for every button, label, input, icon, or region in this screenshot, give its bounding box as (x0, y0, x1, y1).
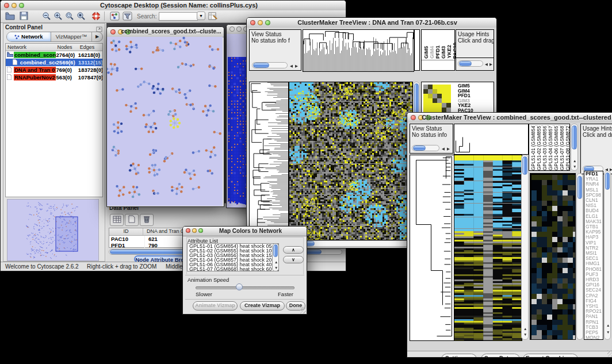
gene-list-vscrollbar[interactable]: ▲ ▼ (604, 171, 611, 340)
row-dendrogram[interactable] (249, 82, 289, 240)
view-status-title: View Status (412, 125, 442, 132)
status-hscrollbar[interactable] (412, 145, 439, 151)
move-down-button[interactable]: ∨ (283, 256, 304, 263)
save-session-icon[interactable] (20, 12, 28, 22)
heatmap-vscrollbar[interactable]: ▲ ▼ (521, 155, 529, 340)
network-overlay-icon[interactable] (110, 12, 120, 23)
export-graphics-button[interactable]: Export Graphics... (331, 248, 396, 248)
network-row-selected[interactable]: combined_sco 2569(6) 13112(15) (6, 59, 102, 66)
tab-network[interactable]: Network (7, 32, 51, 41)
treeview2-title: ClusterMaker TreeView : combined_scores_… (421, 114, 612, 121)
zoom-selected-icon[interactable] (65, 12, 74, 23)
close-icon[interactable] (110, 29, 116, 35)
zoom-in-icon[interactable] (53, 12, 63, 23)
new-attribute-icon[interactable] (125, 214, 139, 226)
document-icon (6, 59, 20, 66)
zoom-heatmap[interactable] (423, 85, 451, 112)
col-id[interactable]: ID (109, 228, 143, 235)
col-edges[interactable]: Edges (80, 44, 102, 50)
global-heatmap[interactable] (289, 82, 413, 240)
scroll-right-icon[interactable]: ▶ (295, 64, 298, 68)
attribute-list-item[interactable]: GPL51-07 (GSM868) heat shock 60 min (188, 267, 278, 271)
scroll-up-icon[interactable]: ▲ (606, 323, 610, 327)
dialog-titlebar[interactable]: Map Colors to Network (183, 227, 307, 236)
minimize-icon[interactable] (236, 26, 242, 32)
column-dendrogram[interactable] (454, 124, 529, 155)
annotation-icon[interactable] (208, 12, 218, 23)
main-titlebar[interactable]: Cytoscape Desktop (Session Name: collins… (1, 1, 346, 11)
close-icon[interactable] (230, 26, 235, 32)
detail-vscrollbar[interactable] (576, 173, 583, 340)
heatmap-hscrollbar[interactable] (290, 240, 411, 247)
scrollbar-thumb[interactable] (253, 63, 269, 68)
status-hscrollbar[interactable] (252, 62, 288, 68)
scroll-up-icon[interactable]: ▲ (274, 260, 278, 264)
scrollbar-thumb[interactable] (572, 125, 577, 150)
search-input[interactable] (159, 12, 198, 21)
animation-speed-slider[interactable] (196, 286, 294, 289)
scrollbar-thumb[interactable] (273, 244, 278, 257)
network-row[interactable]: combined_scores 2764(0) 16218(0) (6, 51, 102, 59)
usage-hscrollbar[interactable] (458, 60, 483, 67)
treeview2-titlebar[interactable]: ClusterMaker TreeView : combined_scores_… (407, 113, 612, 123)
scroll-right-icon[interactable]: ▶ (610, 167, 612, 171)
attribute-table-icon[interactable] (110, 214, 124, 226)
attribute-list-vscrollbar[interactable]: ▲ ▼ (272, 243, 279, 271)
col-network[interactable]: Network (6, 44, 57, 50)
network1-titlebar[interactable]: combined_scores_good.txt--cluste... (107, 27, 224, 37)
resize-grip[interactable] (607, 350, 612, 357)
network-row[interactable]: RNAPuberNov2+ 563(0) 107847(0) (6, 74, 102, 81)
close-icon[interactable] (250, 20, 255, 25)
help-lifesaver-icon[interactable] (91, 12, 101, 23)
animate-vizmap-label: Animate Vizmap (195, 302, 235, 308)
scroll-up-icon[interactable]: ▲ (573, 159, 576, 163)
scroll-left-icon[interactable]: ◀ (442, 147, 445, 151)
slider-thumb[interactable] (236, 283, 243, 290)
save-data-button[interactable]: Save Data... (481, 354, 520, 358)
network-row[interactable]: DNA and Tran 07 769(0) 183728(0) (6, 66, 102, 74)
col-nodes[interactable]: Nodes (57, 44, 79, 50)
faster-label: Faster (196, 291, 293, 297)
scroll-right-icon[interactable]: ▶ (489, 62, 492, 66)
detail-heatmap[interactable] (531, 175, 575, 339)
treeview1-titlebar[interactable]: ClusterMaker TreeView : DNA and Tran 07-… (247, 18, 496, 28)
gene-list-item[interactable]: MON2 (584, 335, 603, 340)
scroll-down-icon[interactable]: ▼ (573, 164, 576, 168)
tab-vizmapper[interactable]: VizMapper™ (51, 32, 91, 41)
close-icon[interactable] (4, 3, 9, 8)
tab-overflow-button[interactable]: ▶ (91, 32, 102, 41)
global-heatmap[interactable] (454, 155, 522, 341)
scrollbar-thumb[interactable] (605, 173, 610, 190)
create-vizmap-button[interactable]: Create Vizmap (240, 301, 285, 311)
main-window-title: Cytoscape Desktop (Session Name: collins… (14, 2, 343, 9)
scroll-left-icon[interactable]: ◀ (485, 62, 488, 66)
scroll-right-icon[interactable]: ▶ (447, 147, 450, 151)
export-graphics-button[interactable]: Export Graphics... (523, 354, 578, 358)
scrollbar-thumb[interactable] (577, 176, 582, 199)
search-dropdown-icon[interactable]: ▼ (197, 12, 205, 20)
row-dendrogram[interactable] (410, 155, 454, 341)
scroll-down-icon[interactable]: ▼ (523, 332, 527, 336)
zoom-fit-icon[interactable] (76, 12, 86, 23)
labels-vscrollbar[interactable]: ▲ ▼ (571, 124, 578, 171)
network-overview-thumbnail[interactable] (7, 199, 99, 261)
scrollbar-thumb[interactable] (459, 61, 472, 66)
close-icon[interactable] (186, 228, 190, 233)
scrollbar-thumb[interactable] (413, 145, 426, 151)
scroll-down-icon[interactable]: ▼ (274, 266, 278, 270)
move-up-button[interactable]: ∧ (283, 246, 304, 254)
resize-grip[interactable] (300, 307, 306, 313)
network-view[interactable] (107, 37, 223, 206)
settings-button[interactable]: Settings... (441, 354, 477, 358)
scroll-left-icon[interactable]: ◀ (290, 64, 293, 68)
scroll-up-icon[interactable]: ▲ (523, 327, 527, 331)
filter-icon[interactable] (123, 12, 132, 23)
minimize-icon[interactable] (192, 228, 197, 233)
close-icon[interactable] (411, 115, 416, 120)
open-file-icon[interactable] (5, 12, 15, 22)
scrollbar-thumb[interactable] (522, 156, 527, 175)
delete-attribute-icon[interactable] (140, 214, 154, 226)
scroll-down-icon[interactable]: ▼ (606, 330, 610, 334)
column-dendrogram[interactable] (303, 29, 414, 72)
zoom-out-icon[interactable] (42, 12, 51, 23)
